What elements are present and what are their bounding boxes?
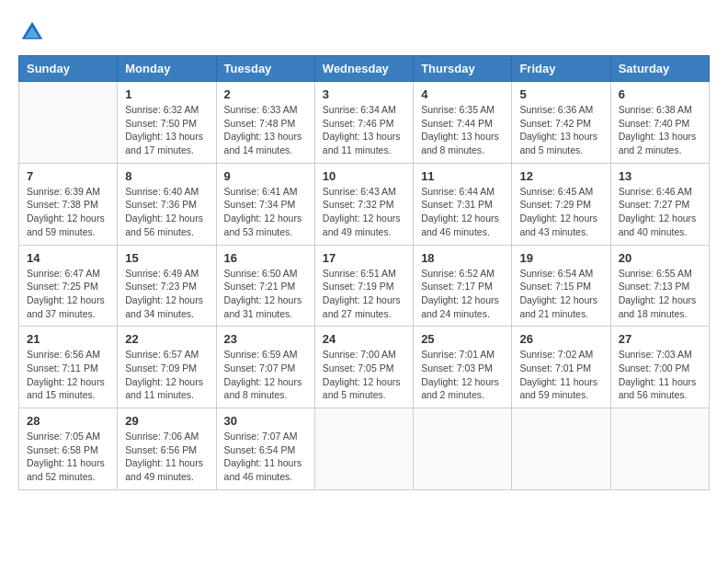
day-info: Sunrise: 6:56 AM Sunset: 7:11 PM Dayligh… bbox=[27, 348, 109, 402]
calendar-header-sunday: Sunday bbox=[19, 56, 118, 82]
day-info: Sunrise: 6:54 AM Sunset: 7:15 PM Dayligh… bbox=[519, 267, 602, 321]
calendar-cell: 21Sunrise: 6:56 AM Sunset: 7:11 PM Dayli… bbox=[19, 327, 118, 408]
day-info: Sunrise: 6:47 AM Sunset: 7:25 PM Dayligh… bbox=[27, 267, 109, 321]
calendar-table: SundayMondayTuesdayWednesdayThursdayFrid… bbox=[18, 55, 710, 490]
calendar-cell bbox=[512, 408, 610, 490]
calendar-cell: 24Sunrise: 7:00 AM Sunset: 7:05 PM Dayli… bbox=[314, 327, 413, 408]
day-info: Sunrise: 6:57 AM Sunset: 7:09 PM Dayligh… bbox=[125, 348, 208, 402]
day-number: 1 bbox=[125, 87, 208, 101]
day-number: 26 bbox=[519, 332, 602, 346]
calendar-cell: 5Sunrise: 6:36 AM Sunset: 7:42 PM Daylig… bbox=[512, 82, 610, 164]
logo bbox=[18, 18, 50, 46]
day-info: Sunrise: 6:40 AM Sunset: 7:36 PM Dayligh… bbox=[125, 185, 208, 239]
day-info: Sunrise: 6:43 AM Sunset: 7:32 PM Dayligh… bbox=[323, 185, 405, 239]
calendar-cell: 13Sunrise: 6:46 AM Sunset: 7:27 PM Dayli… bbox=[610, 163, 709, 245]
day-info: Sunrise: 6:38 AM Sunset: 7:40 PM Dayligh… bbox=[619, 103, 701, 157]
day-info: Sunrise: 6:46 AM Sunset: 7:27 PM Dayligh… bbox=[619, 185, 701, 239]
day-number: 10 bbox=[323, 169, 405, 183]
calendar-cell: 26Sunrise: 7:02 AM Sunset: 7:01 PM Dayli… bbox=[512, 327, 610, 408]
calendar-cell: 18Sunrise: 6:52 AM Sunset: 7:17 PM Dayli… bbox=[414, 245, 512, 327]
calendar-cell: 27Sunrise: 7:03 AM Sunset: 7:00 PM Dayli… bbox=[610, 327, 709, 408]
day-number: 19 bbox=[519, 251, 602, 265]
day-number: 22 bbox=[125, 332, 208, 346]
day-number: 30 bbox=[224, 414, 307, 428]
day-info: Sunrise: 6:49 AM Sunset: 7:23 PM Dayligh… bbox=[125, 267, 208, 321]
day-number: 27 bbox=[619, 332, 701, 346]
day-info: Sunrise: 7:02 AM Sunset: 7:01 PM Dayligh… bbox=[519, 348, 602, 402]
day-info: Sunrise: 7:03 AM Sunset: 7:00 PM Dayligh… bbox=[619, 348, 701, 402]
calendar-cell: 15Sunrise: 6:49 AM Sunset: 7:23 PM Dayli… bbox=[118, 245, 216, 327]
calendar-cell: 20Sunrise: 6:55 AM Sunset: 7:13 PM Dayli… bbox=[610, 245, 709, 327]
calendar-header-friday: Friday bbox=[512, 56, 610, 82]
day-info: Sunrise: 6:44 AM Sunset: 7:31 PM Dayligh… bbox=[421, 185, 504, 239]
calendar-header-tuesday: Tuesday bbox=[216, 56, 314, 82]
day-number: 12 bbox=[519, 169, 602, 183]
day-number: 25 bbox=[421, 332, 504, 346]
day-info: Sunrise: 7:07 AM Sunset: 6:54 PM Dayligh… bbox=[224, 430, 307, 484]
day-number: 21 bbox=[27, 332, 109, 346]
calendar-cell: 9Sunrise: 6:41 AM Sunset: 7:34 PM Daylig… bbox=[216, 163, 314, 245]
calendar-cell: 7Sunrise: 6:39 AM Sunset: 7:38 PM Daylig… bbox=[19, 163, 118, 245]
day-number: 2 bbox=[224, 87, 307, 101]
calendar-cell bbox=[314, 408, 413, 490]
day-info: Sunrise: 6:55 AM Sunset: 7:13 PM Dayligh… bbox=[619, 267, 701, 321]
calendar-cell: 29Sunrise: 7:06 AM Sunset: 6:56 PM Dayli… bbox=[118, 408, 216, 490]
calendar-week-3: 14Sunrise: 6:47 AM Sunset: 7:25 PM Dayli… bbox=[19, 245, 710, 327]
calendar-cell: 30Sunrise: 7:07 AM Sunset: 6:54 PM Dayli… bbox=[216, 408, 314, 490]
calendar-header-monday: Monday bbox=[118, 56, 216, 82]
day-number: 6 bbox=[619, 87, 701, 101]
calendar-cell: 1Sunrise: 6:32 AM Sunset: 7:50 PM Daylig… bbox=[118, 82, 216, 164]
day-info: Sunrise: 6:32 AM Sunset: 7:50 PM Dayligh… bbox=[125, 103, 208, 157]
day-info: Sunrise: 6:34 AM Sunset: 7:46 PM Dayligh… bbox=[323, 103, 405, 157]
day-number: 17 bbox=[323, 251, 405, 265]
calendar-cell: 16Sunrise: 6:50 AM Sunset: 7:21 PM Dayli… bbox=[216, 245, 314, 327]
day-info: Sunrise: 6:35 AM Sunset: 7:44 PM Dayligh… bbox=[421, 103, 504, 157]
day-number: 4 bbox=[421, 87, 504, 101]
day-number: 28 bbox=[27, 414, 109, 428]
day-info: Sunrise: 6:39 AM Sunset: 7:38 PM Dayligh… bbox=[27, 185, 109, 239]
day-number: 15 bbox=[125, 251, 208, 265]
day-info: Sunrise: 7:05 AM Sunset: 6:58 PM Dayligh… bbox=[27, 430, 109, 484]
calendar-header-wednesday: Wednesday bbox=[314, 56, 413, 82]
day-number: 29 bbox=[125, 414, 208, 428]
calendar-week-2: 7Sunrise: 6:39 AM Sunset: 7:38 PM Daylig… bbox=[19, 163, 710, 245]
calendar-cell: 8Sunrise: 6:40 AM Sunset: 7:36 PM Daylig… bbox=[118, 163, 216, 245]
day-number: 16 bbox=[224, 251, 307, 265]
calendar-header-row: SundayMondayTuesdayWednesdayThursdayFrid… bbox=[19, 56, 710, 82]
calendar-header-saturday: Saturday bbox=[610, 56, 709, 82]
day-info: Sunrise: 7:00 AM Sunset: 7:05 PM Dayligh… bbox=[323, 348, 405, 402]
calendar-cell: 28Sunrise: 7:05 AM Sunset: 6:58 PM Dayli… bbox=[19, 408, 118, 490]
calendar-cell: 3Sunrise: 6:34 AM Sunset: 7:46 PM Daylig… bbox=[314, 82, 413, 164]
calendar-cell: 4Sunrise: 6:35 AM Sunset: 7:44 PM Daylig… bbox=[414, 82, 512, 164]
day-number: 18 bbox=[421, 251, 504, 265]
day-number: 14 bbox=[27, 251, 109, 265]
day-info: Sunrise: 6:52 AM Sunset: 7:17 PM Dayligh… bbox=[421, 267, 504, 321]
day-number: 8 bbox=[125, 169, 208, 183]
calendar-cell bbox=[610, 408, 709, 490]
day-info: Sunrise: 6:41 AM Sunset: 7:34 PM Dayligh… bbox=[224, 185, 307, 239]
calendar-week-4: 21Sunrise: 6:56 AM Sunset: 7:11 PM Dayli… bbox=[19, 327, 710, 408]
calendar-cell: 23Sunrise: 6:59 AM Sunset: 7:07 PM Dayli… bbox=[216, 327, 314, 408]
day-info: Sunrise: 6:51 AM Sunset: 7:19 PM Dayligh… bbox=[323, 267, 405, 321]
calendar-cell bbox=[19, 82, 118, 164]
day-number: 9 bbox=[224, 169, 307, 183]
logo-icon bbox=[18, 18, 46, 46]
day-number: 5 bbox=[519, 87, 602, 101]
day-info: Sunrise: 7:06 AM Sunset: 6:56 PM Dayligh… bbox=[125, 430, 208, 484]
day-info: Sunrise: 7:01 AM Sunset: 7:03 PM Dayligh… bbox=[421, 348, 504, 402]
day-number: 24 bbox=[323, 332, 405, 346]
day-info: Sunrise: 6:36 AM Sunset: 7:42 PM Dayligh… bbox=[519, 103, 602, 157]
day-number: 3 bbox=[323, 87, 405, 101]
calendar-cell: 2Sunrise: 6:33 AM Sunset: 7:48 PM Daylig… bbox=[216, 82, 314, 164]
day-number: 13 bbox=[619, 169, 701, 183]
calendar-week-1: 1Sunrise: 6:32 AM Sunset: 7:50 PM Daylig… bbox=[19, 82, 710, 164]
page-header bbox=[18, 18, 710, 46]
calendar-cell: 22Sunrise: 6:57 AM Sunset: 7:09 PM Dayli… bbox=[118, 327, 216, 408]
day-number: 23 bbox=[224, 332, 307, 346]
calendar-cell: 25Sunrise: 7:01 AM Sunset: 7:03 PM Dayli… bbox=[414, 327, 512, 408]
day-number: 20 bbox=[619, 251, 701, 265]
calendar-week-5: 28Sunrise: 7:05 AM Sunset: 6:58 PM Dayli… bbox=[19, 408, 710, 490]
day-info: Sunrise: 6:59 AM Sunset: 7:07 PM Dayligh… bbox=[224, 348, 307, 402]
day-number: 11 bbox=[421, 169, 504, 183]
calendar-cell: 14Sunrise: 6:47 AM Sunset: 7:25 PM Dayli… bbox=[19, 245, 118, 327]
